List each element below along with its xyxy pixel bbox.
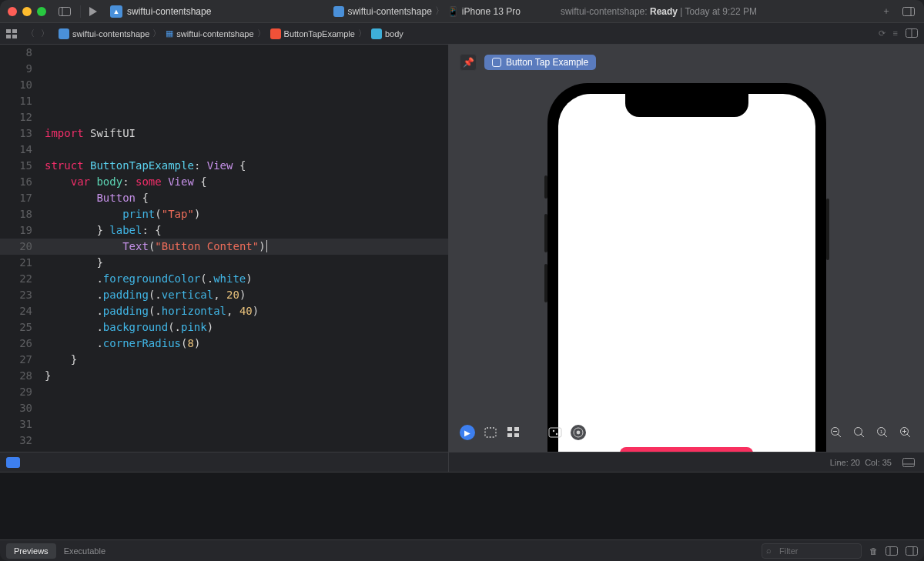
related-items-icon[interactable] [6, 29, 20, 38]
folder-icon: ▦ [166, 28, 173, 38]
add-tab-icon[interactable]: ＋ [879, 5, 893, 18]
svg-rect-35 [886, 546, 898, 555]
live-preview-button[interactable]: ▶ [460, 425, 475, 440]
debug-tabs: Previews Executable [6, 543, 113, 559]
preview-on-device-icon[interactable] [571, 425, 586, 440]
minimize-window-button[interactable] [22, 7, 32, 16]
cursor-position: Line: 20 Col: 35 [830, 458, 892, 467]
device-screen[interactable]: Button Content ↖ [558, 94, 815, 452]
code-line[interactable]: 26 .cornerRadius(8) [0, 336, 448, 352]
device-icon: 📱 [447, 6, 459, 17]
debug-console[interactable] [0, 472, 924, 539]
device-settings-icon[interactable] [547, 425, 563, 440]
svg-rect-0 [59, 7, 71, 15]
run-button-icon[interactable] [89, 7, 102, 16]
tab-executable[interactable]: Executable [56, 543, 113, 559]
code-line[interactable]: 9 [0, 61, 448, 77]
adjust-editor-icon[interactable]: ≡ [893, 28, 898, 38]
selectable-preview-icon[interactable] [483, 425, 498, 440]
zoom-out-icon[interactable] [829, 425, 844, 440]
variants-icon[interactable] [506, 425, 521, 440]
svg-line-25 [861, 434, 864, 437]
code-line[interactable]: 22 .foregroundColor(.white) [0, 271, 448, 287]
toggle-variables-view-icon[interactable] [886, 546, 898, 556]
device-notch [625, 94, 748, 117]
filter-icon: ⌕ [766, 546, 772, 555]
code-line[interactable]: 28} [0, 368, 448, 384]
chevron-right-icon: 〉 [435, 5, 444, 18]
trash-icon[interactable]: 🗑 [869, 546, 878, 556]
code-line[interactable]: 16 var body: some View { [0, 174, 448, 190]
app-icon: ▲ [110, 5, 122, 18]
svg-line-27 [884, 434, 887, 437]
code-line[interactable]: 11 [0, 93, 448, 109]
zoom-window-button[interactable] [37, 7, 46, 16]
canvas-pane: 📌 Button Tap Example Button Content ↖ [449, 45, 924, 452]
svg-rect-11 [485, 428, 496, 437]
code-line[interactable]: 29 [0, 384, 448, 400]
toggle-navigator-icon[interactable] [59, 7, 72, 16]
run-destination[interactable]: swiftui-contentshape 〉 📱 iPhone 13 Pro [333, 5, 520, 18]
window-controls [8, 7, 46, 16]
minimap-toggle-icon[interactable] [902, 456, 915, 469]
svg-text:1: 1 [880, 429, 883, 434]
titlebar: ▲ swiftui-contentshape swiftui-contentsh… [0, 0, 924, 23]
code-line[interactable]: 25 .background(.pink) [0, 319, 448, 336]
code-line[interactable]: 14 [0, 142, 448, 158]
preview-icon [492, 58, 501, 67]
zoom-in-icon[interactable] [898, 425, 913, 440]
toggle-console-view-icon[interactable] [906, 546, 918, 556]
tab-previews[interactable]: Previews [6, 543, 56, 559]
svg-rect-15 [514, 433, 519, 437]
svg-rect-12 [507, 427, 512, 431]
svg-point-20 [577, 431, 581, 435]
svg-marker-2 [89, 7, 97, 16]
issue-indicator[interactable] [6, 457, 20, 468]
code-line[interactable]: 31 [0, 416, 448, 432]
code-line[interactable]: 13import SwiftUI [0, 125, 448, 142]
code-line[interactable]: 27 } [0, 352, 448, 368]
svg-rect-8 [12, 35, 17, 38]
main-split: 8 9 10 11 12 13import SwiftUI14 15struct… [0, 45, 924, 452]
code-line[interactable]: 15struct ButtonTapExample: View { [0, 158, 448, 174]
zoom-fit-icon[interactable] [852, 425, 867, 440]
code-line[interactable]: 21 } [0, 255, 448, 271]
refresh-icon[interactable]: ⟳ [879, 28, 886, 38]
svg-rect-3 [903, 7, 915, 15]
svg-line-22 [838, 434, 841, 437]
svg-rect-13 [514, 427, 519, 431]
code-line[interactable]: 30 [0, 400, 448, 416]
code-line[interactable]: 18 print("Tap") [0, 206, 448, 222]
back-button-icon[interactable]: 〈 [26, 28, 35, 39]
scheme-name: swiftui-contentshape [127, 6, 211, 17]
source-editor[interactable]: 8 9 10 11 12 13import SwiftUI14 15struct… [0, 45, 448, 452]
code-line[interactable]: 32 [0, 432, 448, 449]
svg-rect-16 [549, 428, 561, 437]
editor-options-icon[interactable] [906, 28, 918, 38]
close-window-button[interactable] [8, 7, 17, 16]
scheme-selector[interactable]: ▲ swiftui-contentshape [110, 5, 211, 18]
code-line[interactable]: 23 .padding(.vertical, 20) [0, 287, 448, 303]
svg-rect-6 [12, 29, 17, 33]
code-line[interactable]: 20 Text("Button Content") [0, 239, 448, 255]
svg-rect-14 [507, 433, 512, 437]
breadcrumb-path[interactable]: swiftui-contentshape〉 ▦swiftui-contentsh… [59, 28, 872, 39]
code-line[interactable]: 10 [0, 77, 448, 93]
zoom-actual-icon[interactable]: 1 [875, 425, 890, 440]
preview-title-pill[interactable]: Button Tap Example [484, 55, 596, 70]
debug-bar: Previews Executable ⌕ Filter 🗑 [0, 539, 924, 561]
code-line[interactable]: 17 Button { [0, 190, 448, 206]
preview-button[interactable]: Button Content ↖ [620, 447, 752, 452]
toggle-inspectors-icon[interactable] [902, 7, 916, 16]
svg-line-30 [907, 434, 910, 437]
project-icon [333, 6, 344, 17]
console-filter-input[interactable]: ⌕ Filter [762, 543, 862, 559]
code-line[interactable]: 12 [0, 109, 448, 125]
pin-preview-button[interactable]: 📌 [460, 54, 477, 71]
code-line[interactable]: 24 .padding(.horizontal, 40) [0, 303, 448, 319]
code-line[interactable]: 8 [0, 45, 448, 61]
svg-point-17 [553, 430, 554, 432]
forward-button-icon[interactable]: 〉 [41, 28, 49, 39]
code-line[interactable]: 19 } label: { [0, 222, 448, 239]
svg-rect-37 [906, 546, 918, 555]
